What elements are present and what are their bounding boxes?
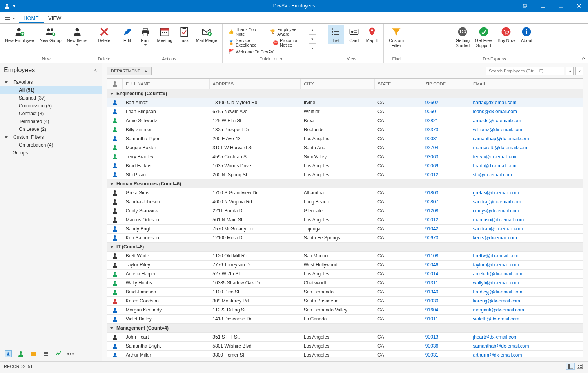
gallery-scroll-down[interactable]: ▼ <box>309 35 316 44</box>
tree-category[interactable]: Custom Filters <box>0 133 102 141</box>
table-row[interactable]: Bart Arnaz13109 Old Myford RdIrvineCA926… <box>107 98 583 107</box>
cell-zip[interactable]: 90031 <box>422 351 470 358</box>
table-row[interactable]: Morgan Kennedy11222 Dilling StSan Fernan… <box>107 306 583 315</box>
table-row[interactable]: Violet Bailey1418 Descanso DrLa CanadaCA… <box>107 315 583 324</box>
cell-email[interactable]: jheart@dx-email.com <box>470 333 583 342</box>
cell-email[interactable]: ameliah@dx-email.com <box>470 270 583 279</box>
cell-email[interactable]: leahs@dx-email.com <box>470 107 583 116</box>
search-input[interactable] <box>486 67 564 75</box>
table-row[interactable]: Taylor Riley7776 Torreyson DrWest Hollyw… <box>107 261 583 270</box>
cell-zip[interactable]: 91604 <box>422 306 470 315</box>
cell-zip[interactable]: 92373 <box>422 125 470 134</box>
quick-letter-item[interactable]: ⛔Probation Notice <box>273 38 306 47</box>
table-row[interactable]: Maggie Boxter3101 W Harvard StSanta AnaC… <box>107 143 583 152</box>
cell-zip[interactable]: 90013 <box>422 333 470 342</box>
window-maximize-button[interactable] <box>552 0 570 12</box>
table-row[interactable]: Sandy Bright7570 McGroarty TerTujungaCA9… <box>107 225 583 234</box>
mail-merge-button[interactable]: Mail Merge <box>194 25 219 44</box>
view-list-button[interactable]: List <box>328 25 344 44</box>
cell-zip[interactable]: 92602 <box>422 98 470 107</box>
table-row[interactable]: Brett Wade1120 Old Mill Rd.San MarinoCA9… <box>107 252 583 261</box>
cell-email[interactable]: violetb@dx-email.com <box>470 315 583 324</box>
table-row[interactable]: Samantha Bright5801 Wilshire Blvd.Los An… <box>107 342 583 351</box>
column-header[interactable]: STATE <box>374 79 422 89</box>
table-row[interactable]: Leah Simpson6755 Newlin AveWhittierCA906… <box>107 107 583 116</box>
gallery-dropdown[interactable]: ▾ <box>309 44 316 53</box>
cell-zip[interactable]: 91208 <box>422 206 470 215</box>
window-close-button[interactable] <box>570 0 588 12</box>
cell-email[interactable]: stu@dx-email.com <box>470 170 583 179</box>
cell-zip[interactable]: 90012 <box>422 215 470 225</box>
cell-zip[interactable]: 91108 <box>422 252 470 261</box>
column-header[interactable]: ZIP CODE <box>422 79 470 89</box>
nav-module-customers[interactable] <box>17 350 24 357</box>
window-restore-button[interactable] <box>516 0 534 12</box>
tree-item[interactable]: On Leave (2) <box>0 125 102 133</box>
cell-zip[interactable]: 90601 <box>422 107 470 116</box>
cell-zip[interactable]: 90807 <box>422 197 470 206</box>
cell-zip[interactable]: 92704 <box>422 143 470 152</box>
status-normal-view[interactable] <box>566 363 575 370</box>
tree-item[interactable]: Groups <box>0 149 102 157</box>
nav-module-sales[interactable] <box>55 350 62 357</box>
cell-zip[interactable]: 90069 <box>422 161 470 170</box>
about-button[interactable]: About <box>518 25 535 44</box>
table-row[interactable]: Marcus Orbison501 N Main StLos AngelesCA… <box>107 215 583 225</box>
cell-zip[interactable]: 90031 <box>422 134 470 143</box>
tree-item[interactable]: Contract (3) <box>0 110 102 118</box>
delete-button[interactable]: Delete <box>96 25 113 44</box>
quick-letter-item[interactable]: 👍Thank You Note <box>229 27 263 36</box>
getting-started-button[interactable]: 123Getting Started <box>454 25 472 49</box>
tree-item[interactable]: Commission (5) <box>0 102 102 110</box>
group-row[interactable]: Management (Count=4) <box>107 324 583 333</box>
cell-email[interactable]: williamz@dx-email.com <box>470 125 583 134</box>
cell-zip[interactable]: 90046 <box>422 261 470 270</box>
new-group-button[interactable]: New Group <box>38 25 64 44</box>
cell-zip[interactable]: 90036 <box>422 342 470 351</box>
custom-filter-button[interactable]: Custom Filter <box>387 25 406 49</box>
cell-zip[interactable]: 91042 <box>422 225 470 234</box>
cell-email[interactable]: margaretb@dx-email.com <box>470 143 583 152</box>
cell-email[interactable]: samanthab@dx-email.com <box>470 342 583 351</box>
cell-zip[interactable]: 91803 <box>422 188 470 197</box>
task-button[interactable]: Task <box>176 25 192 44</box>
table-row[interactable]: Sandra Johnson4600 N Virginia Rd.Long Be… <box>107 197 583 206</box>
search-next-button[interactable]: ∨ <box>575 67 583 75</box>
cell-email[interactable]: terryb@dx-email.com <box>470 152 583 161</box>
cell-email[interactable]: kents@dx-email.com <box>470 234 583 243</box>
quick-letter-item[interactable]: 🏆Employee Award <box>270 27 306 36</box>
search-prev-button[interactable]: ∧ <box>566 67 574 75</box>
new-items-button[interactable]: New Items <box>65 25 89 47</box>
cell-email[interactable]: wallyh@dx-email.com <box>470 279 583 288</box>
app-menu-dropdown-icon[interactable] <box>13 18 15 19</box>
column-header[interactable]: FULL NAME <box>123 79 209 89</box>
column-header[interactable]: CITY <box>301 79 374 89</box>
cell-zip[interactable]: 93063 <box>422 152 470 161</box>
nav-more-button[interactable]: ••• <box>67 350 74 357</box>
cell-zip[interactable]: 92821 <box>422 116 470 125</box>
cell-email[interactable]: bradf@dx-email.com <box>470 161 583 170</box>
table-row[interactable]: Ken Samuelson12100 Mora DrSanta Fe Sprin… <box>107 234 583 243</box>
cell-zip[interactable]: 90014 <box>422 270 470 279</box>
cell-zip[interactable]: 91311 <box>422 279 470 288</box>
column-header[interactable]: EMAIL <box>470 79 583 89</box>
mapit-button[interactable]: Map It <box>364 25 380 44</box>
app-menu-button[interactable] <box>5 14 11 21</box>
table-row[interactable]: Greta Sims1700 S Grandview Dr.AlhambraCA… <box>107 188 583 197</box>
cell-email[interactable]: sandraj@dx-email.com <box>470 197 583 206</box>
cell-email[interactable]: kareng@dx-email.com <box>470 297 583 306</box>
free-support-button[interactable]: Get Free Support <box>473 25 494 49</box>
group-by-pill[interactable]: DEPARTMENT <box>107 67 152 75</box>
print-button[interactable]: Print <box>137 25 154 47</box>
cell-zip[interactable]: 91340 <box>422 288 470 297</box>
cell-email[interactable]: arthurm@dx-email.com <box>470 351 583 358</box>
cell-email[interactable]: morgank@dx-email.com <box>470 306 583 315</box>
cell-email[interactable]: sandrab@dx-email.com <box>470 225 583 234</box>
tree-item[interactable]: On probation (4) <box>0 141 102 149</box>
group-row[interactable]: Engineering (Count=9) <box>107 89 583 98</box>
table-row[interactable]: Samantha Piper200 E Ave 43Los AngelesCA9… <box>107 134 583 143</box>
nav-module-employees[interactable] <box>5 350 12 357</box>
table-row[interactable]: Amelia Harper527 W 7th StLos AngelesCA90… <box>107 270 583 279</box>
tree-item[interactable]: All (51) <box>0 86 102 94</box>
group-row[interactable]: IT (Count=8) <box>107 243 583 252</box>
